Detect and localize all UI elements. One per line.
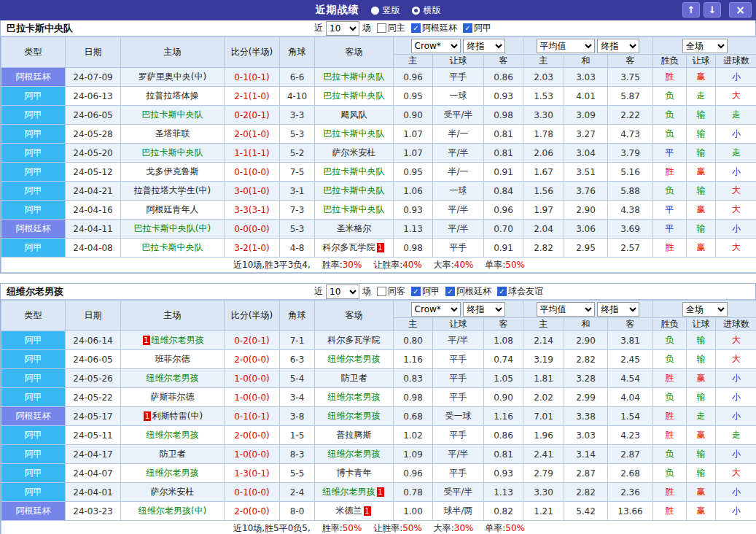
euro-odds-group: 平均值 终指 xyxy=(523,301,653,318)
col-euro-home: 主 xyxy=(523,55,564,68)
filter-checkbox[interactable]: ✓阿根廷杯 xyxy=(445,285,491,298)
league-type-badge: 阿甲 xyxy=(1,144,66,163)
euro-period-select[interactable]: 终指 xyxy=(597,39,639,53)
col-score: 比分(半场) xyxy=(225,301,280,331)
league-type-badge: 阿甲 xyxy=(1,350,66,369)
handicap-line: 受一球 xyxy=(433,407,484,426)
filters: 近 10 场 同客✓阿甲✓阿根廷杯✓球会友谊 xyxy=(314,285,543,299)
handicap-line: 平手 xyxy=(433,239,484,258)
checkbox-checked-icon[interactable]: ✓ xyxy=(445,287,455,296)
odds-home: 1.09 xyxy=(394,445,433,464)
odds-away: 0.84 xyxy=(484,182,523,201)
euro-home: 2.82 xyxy=(523,239,564,258)
handicap-period-select[interactable]: 终指 xyxy=(463,39,505,53)
match-row: 阿甲24-04-01萨尔米安杜0-1(0-0)2-4纽维尔老男孩10.78受平/… xyxy=(1,483,756,502)
average-select[interactable]: 平均值 xyxy=(537,302,595,317)
close-button[interactable]: × xyxy=(729,2,752,18)
euro-period-select[interactable]: 终指 xyxy=(597,302,639,317)
handicap-line: 半/一 xyxy=(433,163,484,182)
result-winlose: 负 xyxy=(653,182,687,201)
filter-row: 纽维尔老男孩 近 10 场 同客✓阿甲✓阿根廷杯✓球会友谊 xyxy=(1,284,755,300)
checkbox-checked-icon[interactable]: ✓ xyxy=(411,287,421,296)
team-name: 巴拉卡斯中央队 xyxy=(324,128,385,139)
team-name: 纽维尔老男孩 xyxy=(328,411,381,421)
odds-home: 1.07 xyxy=(394,144,433,163)
league-type-badge: 阿甲 xyxy=(1,426,66,445)
score: 0-1(0-1) xyxy=(225,68,280,87)
scope-select[interactable]: 全场 xyxy=(682,39,728,53)
result-winlose: 胜 xyxy=(653,369,687,388)
recent-results-table: 类型 日期 主场 比分(半场) 角球 客场 Crow* 终指 平均值 终指 xyxy=(1,300,756,534)
filter-checkbox[interactable]: ✓阿甲 xyxy=(463,22,491,34)
home-team: 巴拉卡斯中央队(中) xyxy=(121,220,225,239)
odds-home: 0.83 xyxy=(394,369,433,388)
score: 3-2(1-0) xyxy=(225,239,280,258)
handicap-period-select[interactable]: 终指 xyxy=(463,302,505,317)
scroll-up-button[interactable]: ↑ xyxy=(682,2,700,18)
stat-label: 大率: xyxy=(434,523,454,533)
col-euro-draw: 和 xyxy=(564,55,608,68)
scroll-down-button[interactable]: ↓ xyxy=(704,2,721,18)
filter-checkbox[interactable]: 同客 xyxy=(377,285,405,298)
league-type-badge: 阿甲 xyxy=(1,331,66,350)
home-team: 巴拉卡斯中央队 xyxy=(121,106,225,125)
filter-checkbox[interactable]: 同主 xyxy=(377,22,405,34)
score: 1-0(0-0) xyxy=(225,388,280,407)
checkbox-checked-icon[interactable]: ✓ xyxy=(411,23,421,33)
filter-checkbox[interactable]: ✓球会友谊 xyxy=(497,285,543,298)
filter-checkbox[interactable]: ✓阿甲 xyxy=(411,285,440,298)
score: 1-3(0-1) xyxy=(225,464,280,483)
euro-draw: 3.03 xyxy=(564,426,608,445)
handicap-line: 球半/两 xyxy=(433,502,484,521)
match-date: 24-04-08 xyxy=(66,239,121,258)
odds-home: 1.07 xyxy=(394,125,433,144)
odds-away: 0.81 xyxy=(484,125,523,144)
match-row: 阿甲24-04-07纽维尔老男孩1-3(0-1)5-5博卡青年0.96平手0.9… xyxy=(1,464,756,483)
checkbox-checked-icon[interactable]: ✓ xyxy=(463,23,472,33)
col-euro-home: 主 xyxy=(523,318,564,331)
checkbox-unchecked-icon[interactable] xyxy=(377,287,386,296)
checkbox-unchecked-icon[interactable] xyxy=(377,23,386,33)
result-handicap: 走 xyxy=(687,87,716,106)
result-goals: 小 xyxy=(716,369,756,388)
home-team: 萨尔米安杜 xyxy=(121,483,225,502)
recent-results-window: 近期战绩 竖版 横版 ↑ ↓ × 巴拉卡斯中央队 近 10 场 同主✓阿根廷杯✓ xyxy=(0,0,756,534)
match-date: 24-04-21 xyxy=(66,182,121,201)
home-team: 拉普拉塔体操 xyxy=(121,87,225,106)
bookmaker-select[interactable]: Crow* xyxy=(411,39,461,53)
corner-score: 5-4 xyxy=(280,369,315,388)
euro-away: 3.69 xyxy=(608,220,653,239)
radio-label: 横版 xyxy=(424,4,441,17)
corner-score: 2-4 xyxy=(280,483,315,502)
league-type-badge: 阿甲 xyxy=(1,464,66,483)
average-select[interactable]: 平均值 xyxy=(537,39,595,53)
score: 2-0(0-0) xyxy=(225,350,280,369)
handicap-line: 平/半 xyxy=(433,201,484,220)
stat-value: 50% xyxy=(402,523,422,533)
result-goals: 小 xyxy=(716,445,756,464)
match-row: 阿甲24-04-08巴拉卡斯中央队3-2(1-0)4-8科尔多瓦学院10.98平… xyxy=(1,239,756,258)
league-type-badge: 阿甲 xyxy=(1,125,66,144)
radio-vertical-layout[interactable]: 竖版 xyxy=(371,4,400,17)
match-count-select[interactable]: 10 xyxy=(326,285,359,299)
bookmaker-select[interactable]: Crow* xyxy=(411,302,461,317)
euro-away: 2.45 xyxy=(608,350,653,369)
result-winlose: 负 xyxy=(653,464,687,483)
league-type-badge: 阿甲 xyxy=(1,163,66,182)
stat-label: 单率: xyxy=(485,260,505,270)
match-row: 阿甲24-05-20巴拉卡斯中央队1-1(1-1)5-2萨尔米安杜1.07平/半… xyxy=(1,144,756,163)
team-name: 科尔多瓦学院 xyxy=(323,242,375,252)
stat-label: 胜率: xyxy=(322,260,343,270)
handicap-line: 平手 xyxy=(433,426,484,445)
filter-checkbox[interactable]: ✓阿根廷杯 xyxy=(411,22,457,34)
col-euro-away: 客 xyxy=(608,318,653,331)
result-winlose: 平 xyxy=(653,220,687,239)
radio-horizontal-layout[interactable]: 横版 xyxy=(412,4,441,17)
result-goals: 小 xyxy=(716,502,756,521)
league-type-badge: 阿甲 xyxy=(1,483,66,502)
home-team: 纽维尔老男孩 xyxy=(121,369,225,388)
scope-select[interactable]: 全场 xyxy=(682,302,728,317)
checkbox-checked-icon[interactable]: ✓ xyxy=(497,287,507,296)
col-odds-home: 主 xyxy=(394,318,433,331)
match-count-select[interactable]: 10 xyxy=(326,21,359,36)
